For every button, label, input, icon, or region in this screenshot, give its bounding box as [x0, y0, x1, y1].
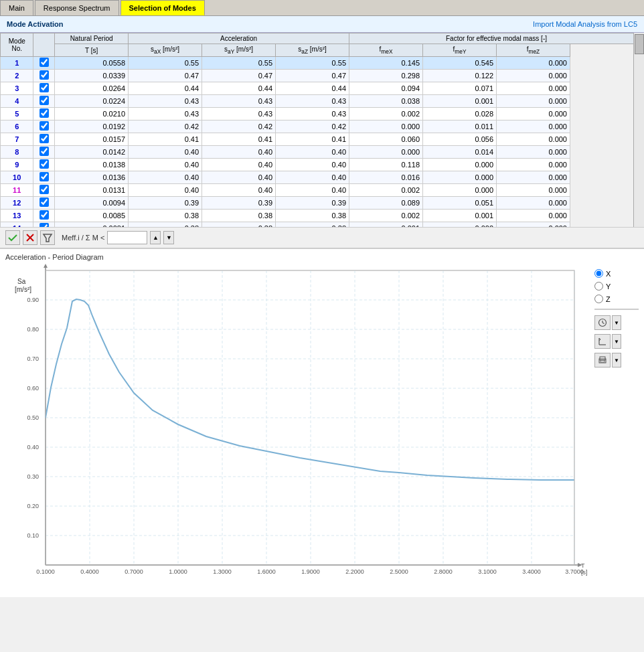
cell-fmey: 0.000 — [423, 159, 497, 171]
table-row: 3 0.0264 0.44 0.44 0.44 0.094 0.071 0.00… — [1, 82, 644, 95]
cell-mode-no: 7 — [1, 133, 33, 146]
axes-dropdown[interactable]: ▼ — [612, 334, 621, 349]
print-btn-group: ▼ — [594, 353, 621, 368]
cell-checkbox[interactable] — [33, 108, 55, 120]
cell-fmey: 0.001 — [423, 210, 497, 222]
svg-text:0.60: 0.60 — [27, 385, 39, 392]
radio-y[interactable] — [594, 282, 603, 291]
cell-checkbox[interactable] — [33, 120, 55, 133]
cell-fmey: 0.122 — [423, 70, 497, 82]
cell-saz: 0.38 — [276, 210, 349, 222]
cell-sax: 0.40 — [129, 171, 202, 184]
cell-sax: 0.44 — [129, 82, 202, 95]
meff-stepper-down[interactable]: ▼ — [163, 231, 174, 244]
print-dropdown[interactable]: ▼ — [612, 353, 621, 368]
cell-fmex: 0.000 — [349, 146, 423, 159]
col-fmey: fmeY — [423, 44, 497, 57]
cell-say: 0.43 — [202, 108, 276, 120]
cell-fmez: 0.000 — [497, 171, 570, 184]
cell-checkbox[interactable] — [33, 222, 55, 228]
cell-saz: 0.38 — [276, 222, 349, 228]
cell-mode-no: 14 — [1, 222, 33, 228]
table-row: 8 0.0142 0.40 0.40 0.40 0.000 0.014 0.00… — [1, 146, 644, 159]
cell-T: 0.0138 — [55, 159, 129, 171]
cell-sax: 0.40 — [129, 146, 202, 159]
cell-saz: 0.55 — [276, 57, 349, 70]
cell-checkbox[interactable] — [33, 133, 55, 146]
svg-text:0.7000: 0.7000 — [125, 568, 143, 575]
svg-text:0.90: 0.90 — [27, 297, 39, 303]
svg-text:[m/s²]: [m/s²] — [15, 286, 31, 293]
cell-checkbox[interactable] — [33, 95, 55, 108]
panel-divider-1 — [594, 309, 639, 310]
cell-say: 0.40 — [202, 159, 276, 171]
cell-say: 0.47 — [202, 70, 276, 82]
cell-checkbox[interactable] — [33, 159, 55, 171]
cell-fmex: 0.038 — [349, 95, 423, 108]
radio-x[interactable] — [594, 269, 603, 278]
chart-svg-container: Sa [m/s²] 0.10 0.20 0.30 0.40 0.50 — [5, 264, 594, 593]
axes-button[interactable] — [594, 334, 611, 349]
cell-fmey: 0.051 — [423, 197, 497, 210]
tab-main[interactable]: Main — [0, 0, 33, 15]
meff-stepper-up[interactable]: ▲ — [150, 231, 161, 244]
cell-fmez: 0.000 — [497, 210, 570, 222]
cell-fmex: 0.060 — [349, 133, 423, 146]
cell-saz: 0.39 — [276, 197, 349, 210]
radio-z[interactable] — [594, 295, 603, 303]
scrollbar-thumb[interactable] — [635, 34, 644, 54]
cell-fmey: 0.011 — [423, 120, 497, 133]
import-link[interactable]: Import Modal Analysis from LC5 — [533, 20, 637, 28]
radio-y-row: Y — [594, 282, 611, 291]
svg-marker-2 — [44, 234, 52, 242]
cell-T: 0.0210 — [55, 108, 129, 120]
cell-checkbox[interactable] — [33, 70, 55, 82]
cell-checkbox[interactable] — [33, 184, 55, 197]
clock-dropdown[interactable]: ▼ — [612, 315, 621, 330]
cell-fmez: 0.000 — [497, 120, 570, 133]
table-row: 10 0.0136 0.40 0.40 0.40 0.016 0.000 0.0… — [1, 171, 644, 184]
filter-button[interactable] — [40, 230, 55, 245]
cell-mode-no: 13 — [1, 210, 33, 222]
cell-sax: 0.41 — [129, 133, 202, 146]
chart-area: Acceleration - Period Diagram Sa [m/s²] … — [0, 248, 644, 597]
cell-say: 0.40 — [202, 171, 276, 184]
cell-sax: 0.43 — [129, 95, 202, 108]
cell-T: 0.0081 — [55, 222, 129, 228]
meff-input[interactable] — [107, 231, 147, 244]
svg-text:0.4000: 0.4000 — [80, 568, 99, 575]
tab-response-spectrum[interactable]: Response Spectrum — [35, 0, 119, 15]
check-all-button[interactable] — [5, 230, 20, 245]
cell-checkbox[interactable] — [33, 57, 55, 70]
cell-checkbox[interactable] — [33, 146, 55, 159]
uncheck-button[interactable] — [23, 230, 37, 245]
cell-checkbox[interactable] — [33, 82, 55, 95]
cell-fmex: 0.145 — [349, 57, 423, 70]
svg-text:0.1000: 0.1000 — [36, 568, 55, 575]
cell-fmez: 0.000 — [497, 57, 570, 70]
cell-say: 0.55 — [202, 57, 276, 70]
cell-sax: 0.47 — [129, 70, 202, 82]
print-button[interactable] — [594, 353, 611, 368]
tab-selection-of-modes[interactable]: Selection of Modes — [120, 0, 205, 15]
clock-button[interactable] — [594, 315, 611, 330]
cell-saz: 0.40 — [276, 171, 349, 184]
svg-text:1.0000: 1.0000 — [169, 568, 187, 575]
data-table: ModeNo. Natural Period Acceleration Fact… — [0, 33, 644, 227]
cell-T: 0.0264 — [55, 82, 129, 95]
scrollbar-track[interactable] — [633, 33, 644, 227]
svg-text:2.5000: 2.5000 — [390, 568, 408, 575]
radio-z-row: Z — [594, 295, 611, 303]
cell-sax: 0.55 — [129, 57, 202, 70]
cell-checkbox[interactable] — [33, 171, 55, 184]
table-row: 14 0.0081 0.38 0.38 0.38 0.001 0.002 0.0… — [1, 222, 644, 228]
meff-label: Meff.i / Σ M < — [62, 234, 104, 242]
radio-x-row: X — [594, 269, 611, 278]
cell-fmex: 0.002 — [349, 210, 423, 222]
cell-fmez: 0.000 — [497, 82, 570, 95]
cell-checkbox[interactable] — [33, 197, 55, 210]
radio-z-label: Z — [606, 295, 611, 303]
cell-T: 0.0339 — [55, 70, 129, 82]
cell-checkbox[interactable] — [33, 210, 55, 222]
table-row: 5 0.0210 0.43 0.43 0.43 0.002 0.028 0.00… — [1, 108, 644, 120]
